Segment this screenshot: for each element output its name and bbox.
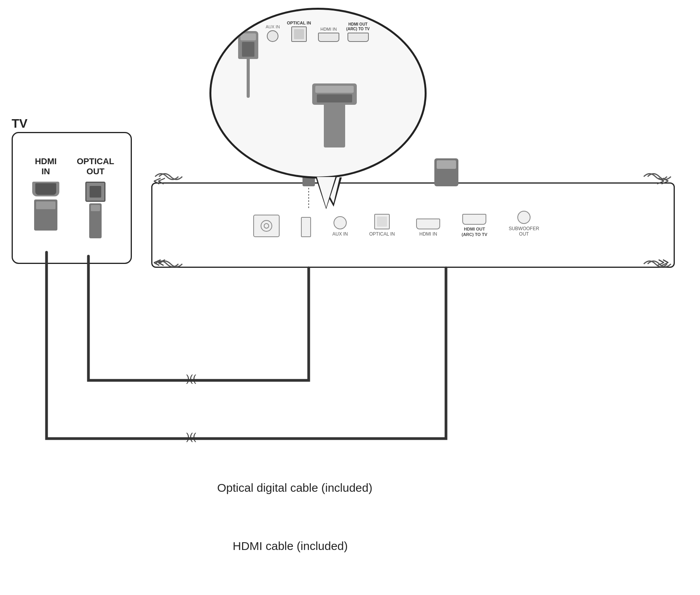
tv-hdmi-in-label: HDMIIN: [32, 156, 59, 177]
subwoofer-port-shape: [517, 211, 531, 224]
bubble-tail-inner: [317, 177, 335, 208]
zoom-hdmi-conn-body: [312, 83, 357, 105]
aux-port-shape: [334, 216, 347, 229]
zoom-hdmi-cable: [324, 105, 345, 147]
zoom-content: AUX IN OPTICAL IN HDMI IN HDMI O: [211, 10, 425, 177]
soundbar-aux-label: AUX IN: [332, 231, 348, 237]
zoom-hdmi-connector-group: [312, 83, 357, 147]
soundbar-subwoofer-label: SUBWOOFEROUT: [509, 226, 539, 237]
tv-hdmi-connector: [34, 199, 57, 231]
tv-label: TV: [12, 116, 28, 131]
soundbar-hdmi-out-label: HDMI OUT(ARC) TO TV: [461, 227, 487, 237]
soundbar-hdmi-out-port: HDMI OUT(ARC) TO TV: [461, 214, 487, 237]
squiggle-bottom-right: ≫: [656, 255, 668, 269]
soundbar-usb-port: [301, 217, 311, 237]
soundbar-optical-label: OPTICAL IN: [369, 231, 395, 237]
squiggle-bottom-left: ≪: [152, 255, 164, 269]
zoom-ports-row: AUX IN OPTICAL IN HDMI IN HDMI O: [266, 21, 370, 42]
zoom-optical-cable: [247, 59, 250, 98]
tv-box: HDMIIN OPTICALOUT: [12, 132, 132, 264]
optical-cable-break: )((: [186, 373, 196, 385]
zoom-optical-conn-top: [240, 33, 256, 40]
zoom-optical-connector-group: [233, 31, 264, 93]
diagram-container: TV HDMIIN OPTICALOUT: [0, 0, 700, 595]
optical-port-shape: [374, 214, 390, 229]
zoom-hdmi-out-port: HDMI OUT(ARC) TO TV: [346, 22, 370, 42]
squiggle-top-left: ≪: [152, 174, 164, 187]
tv-optical-out-label: OPTICALOUT: [77, 156, 114, 177]
soundbar-subwoofer-port: SUBWOOFEROUT: [509, 211, 539, 237]
zoom-hdmi-in-port: HDMI IN: [318, 27, 339, 42]
soundbar-optical-port: OPTICAL IN: [369, 214, 395, 237]
soundbar-port-row: AUX IN OPTICAL IN HDMI IN HDMI OUT(ARC) …: [253, 211, 539, 237]
soundbar-hdmi-in-label: HDMI IN: [419, 231, 437, 237]
tv-hdmi-in-port: HDMIIN: [32, 156, 59, 231]
optical-cable-label: Optical digital cable (included): [217, 481, 372, 494]
zoom-aux-port: AUX IN: [266, 24, 280, 42]
power-inner2: [264, 223, 269, 229]
tv-optical-port-shape: [85, 182, 105, 202]
soundbar-power-port: [253, 215, 280, 237]
hdmi-in-port-shape: [416, 219, 440, 229]
power-port-shape: [253, 215, 280, 237]
tv-optical-connector: [89, 203, 102, 238]
usb-port-shape: [301, 217, 311, 237]
zoom-optical-in-port: OPTICAL IN: [287, 21, 311, 42]
zoom-optical-conn-body: [238, 31, 258, 59]
soundbar-box: AUX IN OPTICAL IN HDMI IN HDMI OUT(ARC) …: [151, 182, 675, 268]
hdmi-cable-label: HDMI cable (included): [233, 539, 348, 553]
zoom-aux-shape: [267, 30, 278, 42]
optical-inner: [377, 217, 387, 227]
zoom-optical-shape: [291, 26, 307, 42]
tv-hdmi-port-shape: [32, 182, 59, 196]
hdmi-out-port-shape: [462, 214, 486, 225]
zoom-aux-label: AUX IN: [266, 24, 280, 29]
soundbar-aux-port: AUX IN: [332, 216, 348, 237]
zoom-hdmi-in-label: HDMI IN: [320, 27, 337, 31]
zoom-hdmi-out-label: HDMI OUT(ARC) TO TV: [346, 22, 370, 31]
zoom-hdmi-conn-bot: [317, 94, 352, 102]
zoom-hdmi-in-shape: [318, 33, 339, 42]
hdmi-connector-soundbar: [434, 158, 458, 186]
zoom-optical-inner: [294, 29, 304, 39]
zoom-optical-conn-mid: [242, 42, 254, 57]
zoom-optical-in-label: OPTICAL IN: [287, 21, 311, 25]
zoom-hdmi-conn-top: [315, 86, 354, 93]
hdmi-cable-break: )((: [186, 431, 196, 443]
soundbar-hdmi-in-port: HDMI IN: [416, 219, 440, 237]
squiggle-top-right: ≫: [656, 174, 668, 187]
zoom-hdmi-out-shape: [347, 33, 369, 42]
zoom-circle: AUX IN OPTICAL IN HDMI IN HDMI O: [209, 8, 427, 179]
tv-optical-out-port: OPTICALOUT: [77, 156, 114, 238]
